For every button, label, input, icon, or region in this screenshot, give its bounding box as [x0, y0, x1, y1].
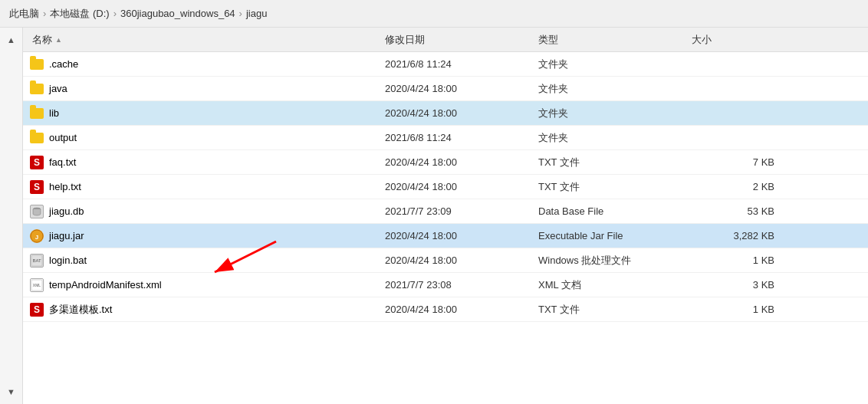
file-type: 文件夹: [535, 131, 689, 145]
breadcrumb-360[interactable]: 360jiagubao_windows_64: [120, 8, 235, 19]
file-modified: 2020/4/24 18:00: [382, 156, 535, 168]
file-size: 7 KB: [689, 156, 781, 168]
file-name-cell: S 多渠道模板.txt: [29, 302, 382, 317]
file-modified: 2020/4/24 18:00: [382, 83, 535, 94]
file-panel: 名称 ▲ 修改日期 类型 大小 .cache 2021/6/8 11:24 文件…: [23, 28, 868, 404]
file-name: login.bat: [49, 255, 87, 266]
file-name: output: [49, 132, 77, 143]
file-size: 53 KB: [689, 205, 781, 217]
file-size: 1 KB: [689, 304, 781, 315]
sort-arrow-name: ▲: [55, 36, 62, 44]
file-name-cell: S faq.txt: [29, 155, 382, 170]
file-modified: 2020/4/24 18:00: [382, 255, 535, 266]
txt-icon: S: [30, 180, 44, 194]
file-name-cell: S help.txt: [29, 179, 382, 195]
scroll-up-arrow[interactable]: ▲: [5, 34, 18, 46]
file-icon: [29, 130, 44, 146]
table-row[interactable]: output 2021/6/8 11:24 文件夹: [23, 126, 868, 150]
file-size: 1 KB: [689, 255, 781, 266]
file-icon: S: [29, 155, 44, 170]
file-icon: [29, 81, 44, 97]
col-name-header[interactable]: 名称 ▲: [29, 33, 382, 47]
table-row[interactable]: .cache 2021/6/8 11:24 文件夹: [23, 52, 868, 77]
jar-icon: J: [30, 229, 44, 243]
col-type-header[interactable]: 类型: [535, 33, 689, 47]
file-name-cell: lib: [29, 106, 382, 121]
table-row[interactable]: BAT login.bat 2020/4/24 18:00 Windows 批处…: [23, 248, 868, 273]
file-modified: 2021/7/7 23:09: [382, 205, 535, 217]
file-type: 文件夹: [535, 107, 689, 120]
file-type: Windows 批处理文件: [535, 254, 689, 268]
file-name-cell: XML tempAndroidManifest.xml: [29, 278, 382, 293]
file-name: 多渠道模板.txt: [49, 303, 112, 317]
db-icon: [30, 205, 44, 218]
file-modified: 2020/4/24 18:00: [382, 230, 535, 241]
file-type: TXT 文件: [535, 156, 689, 169]
svg-text:BAT: BAT: [32, 258, 41, 263]
explorer-container: ▲ ▼ 名称 ▲ 修改日期 类型 大小 .cache 2021/: [0, 28, 868, 404]
col-modified-header[interactable]: 修改日期: [382, 33, 535, 47]
svg-text:J: J: [35, 234, 38, 241]
file-list: .cache 2021/6/8 11:24 文件夹 java 2020/4/24…: [23, 52, 868, 404]
file-icon: S: [29, 179, 44, 195]
file-name: jiagu.jar: [49, 230, 84, 241]
breadcrumb-sep-3: ›: [239, 8, 242, 19]
file-name-cell: .cache: [29, 57, 382, 72]
file-type: TXT 文件: [535, 180, 689, 194]
file-name: help.txt: [49, 181, 81, 192]
file-size: 3,282 KB: [689, 230, 781, 241]
breadcrumb-disk[interactable]: 本地磁盘 (D:): [50, 7, 109, 21]
left-nav: ▲ ▼: [0, 28, 23, 404]
file-type: 文件夹: [535, 57, 689, 71]
scroll-down-arrow[interactable]: ▼: [5, 386, 18, 398]
file-icon: [29, 57, 44, 72]
breadcrumb-jiagu[interactable]: jiagu: [246, 8, 267, 19]
file-size: 2 KB: [689, 181, 781, 192]
file-modified: 2020/4/24 18:00: [382, 107, 535, 119]
table-row[interactable]: lib 2020/4/24 18:00 文件夹: [23, 101, 868, 126]
xml-icon: XML: [30, 278, 44, 292]
file-modified: 2021/7/7 23:08: [382, 279, 535, 291]
file-modified: 2021/6/8 11:24: [382, 132, 535, 143]
breadcrumb-pc[interactable]: 此电脑: [9, 7, 39, 21]
file-name: faq.txt: [49, 156, 76, 168]
table-row[interactable]: java 2020/4/24 18:00 文件夹: [23, 77, 868, 101]
table-row[interactable]: S help.txt 2020/4/24 18:00 TXT 文件 2 KB: [23, 175, 868, 199]
breadcrumb: 此电脑 › 本地磁盘 (D:) › 360jiagubao_windows_64…: [0, 0, 868, 28]
txt-icon: S: [30, 303, 44, 317]
folder-icon: [30, 59, 44, 70]
table-row[interactable]: S faq.txt 2020/4/24 18:00 TXT 文件 7 KB: [23, 150, 868, 175]
file-icon: S: [29, 302, 44, 317]
column-header: 名称 ▲ 修改日期 类型 大小: [23, 28, 868, 52]
table-row[interactable]: XML tempAndroidManifest.xml 2021/7/7 23:…: [23, 273, 868, 297]
file-name: jiagu.db: [49, 205, 84, 217]
file-name-cell: BAT login.bat: [29, 253, 382, 268]
file-name-cell: java: [29, 81, 382, 97]
file-icon: [29, 204, 44, 219]
file-type: Executable Jar File: [535, 230, 689, 241]
breadcrumb-sep-2: ›: [113, 8, 117, 19]
txt-icon: S: [30, 156, 44, 169]
file-icon: J: [29, 228, 44, 244]
file-name: tempAndroidManifest.xml: [49, 279, 162, 291]
file-type: XML 文档: [535, 278, 689, 292]
file-icon: BAT: [29, 253, 44, 268]
folder-icon: [30, 133, 44, 143]
file-modified: 2020/4/24 18:00: [382, 304, 535, 315]
table-row[interactable]: jiagu.db 2021/7/7 23:09 Data Base File 5…: [23, 199, 868, 224]
bat-icon: BAT: [30, 254, 44, 268]
svg-text:XML: XML: [33, 283, 41, 287]
breadcrumb-sep-1: ›: [43, 8, 46, 19]
file-name: lib: [49, 107, 59, 119]
file-type: Data Base File: [535, 205, 689, 217]
col-size-header[interactable]: 大小: [689, 33, 781, 47]
file-modified: 2020/4/24 18:00: [382, 181, 535, 192]
file-name: java: [49, 83, 67, 94]
file-size: 3 KB: [689, 279, 781, 291]
file-name-cell: jiagu.db: [29, 204, 382, 219]
file-name-cell: J jiagu.jar: [29, 228, 382, 244]
file-type: TXT 文件: [535, 303, 689, 317]
table-row[interactable]: J jiagu.jar 2020/4/24 18:00 Executable J…: [23, 224, 868, 248]
file-name: .cache: [49, 58, 78, 70]
table-row[interactable]: S 多渠道模板.txt 2020/4/24 18:00 TXT 文件 1 KB: [23, 297, 868, 322]
